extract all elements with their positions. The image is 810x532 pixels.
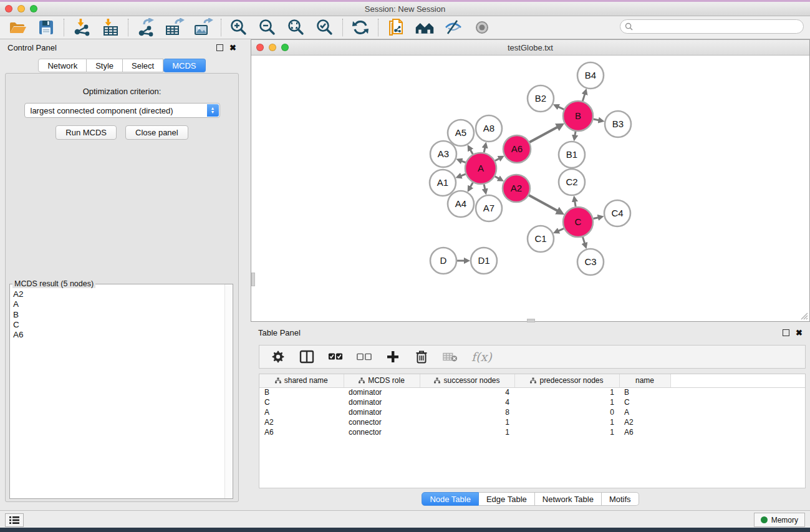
delete-table-icon[interactable] [443, 349, 458, 364]
first-neighbors-houses-icon[interactable] [415, 18, 435, 37]
network-node-A[interactable]: A [465, 153, 496, 184]
search-input[interactable] [635, 21, 803, 32]
table-cell[interactable]: dominator [344, 407, 420, 417]
network-edge-B-B2[interactable] [558, 107, 564, 109]
table-cell[interactable]: C [619, 397, 670, 407]
mcds-result-item[interactable]: C [13, 320, 233, 330]
function-builder-icon[interactable]: f(x) [471, 349, 492, 364]
table-row[interactable]: Adominator80A [259, 407, 805, 417]
table-cell[interactable]: A2 [259, 417, 344, 427]
tab-select[interactable]: Select [123, 59, 163, 72]
network-node-C[interactable]: C [563, 207, 593, 237]
network-node-A4[interactable]: A4 [448, 191, 474, 217]
mcds-result-item[interactable]: A2 [13, 289, 233, 299]
table-cell[interactable]: B [619, 387, 670, 397]
network-node-C4[interactable]: C4 [604, 200, 630, 226]
column-view-icon[interactable] [299, 349, 314, 364]
trash-icon[interactable] [414, 349, 429, 364]
tab-node-table[interactable]: Node Table [422, 492, 479, 506]
canvas-left-scroll-thumb[interactable] [251, 273, 255, 286]
table-row[interactable]: Cdominator41C [259, 397, 805, 407]
table-row[interactable]: A2connector11A2 [259, 417, 805, 427]
hide-selected-eye-slash-icon[interactable] [443, 18, 463, 37]
network-edge-A-A5[interactable] [470, 150, 473, 154]
network-canvas[interactable]: B4B2BB3A8A5A6A3B1AA1C2A2A4A7C4CC1C3DD1 [251, 56, 809, 321]
network-edge-A6-B[interactable] [529, 127, 557, 142]
show-all-eye-icon[interactable] [472, 18, 492, 37]
column-header-mcds-role[interactable]: MCDS role [344, 374, 420, 387]
network-edge-B-B3[interactable] [593, 119, 599, 120]
network-node-C3[interactable]: C3 [577, 249, 604, 275]
result-scrollbar[interactable] [224, 284, 233, 498]
memory-button[interactable]: Memory [754, 513, 805, 527]
resize-grip-icon[interactable] [799, 311, 808, 320]
table-cell[interactable]: 8 [420, 407, 514, 417]
tab-network-table[interactable]: Network Table [535, 492, 602, 506]
tab-style[interactable]: Style [87, 59, 123, 72]
table-cell[interactable]: B [259, 387, 344, 397]
network-graph-svg[interactable]: B4B2BB3A8A5A6A3B1AA1C2A2A4A7C4CC1C3DD1 [251, 56, 809, 321]
canvas-bottom-scroll-thumb[interactable] [527, 319, 535, 322]
network-edge-B-B4[interactable] [582, 94, 585, 101]
table-cell[interactable]: 4 [420, 387, 514, 397]
search-field[interactable] [620, 19, 804, 34]
deselect-all-checkboxes-icon[interactable] [357, 349, 372, 364]
export-table-icon[interactable] [165, 18, 185, 37]
table-cell[interactable]: 4 [420, 397, 514, 407]
export-image-icon[interactable] [193, 18, 213, 37]
column-header-successor-nodes[interactable]: successor nodes [420, 374, 514, 387]
network-edge-A-A7[interactable] [484, 184, 485, 189]
table-close-panel-icon[interactable]: ✖ [796, 329, 803, 336]
network-node-B3[interactable]: B3 [605, 111, 631, 137]
table-row[interactable]: Bdominator41B [259, 387, 805, 397]
network-node-B1[interactable]: B1 [559, 142, 585, 168]
network-node-B4[interactable]: B4 [577, 62, 604, 89]
network-edge-B-B1[interactable] [575, 132, 576, 136]
column-header-name[interactable]: name [619, 374, 670, 387]
table-cell[interactable]: connector [344, 417, 420, 427]
zoom-in-icon[interactable] [229, 18, 249, 37]
export-network-icon[interactable] [136, 18, 156, 37]
table-cell[interactable]: A6 [619, 427, 670, 437]
table-cell[interactable]: dominator [344, 397, 420, 407]
network-edge-A-A1[interactable] [461, 174, 466, 176]
table-cell[interactable]: 1 [514, 387, 619, 397]
criterion-select[interactable]: largest connected component (directed) ▲… [24, 103, 220, 118]
network-node-A2[interactable]: A2 [503, 175, 530, 202]
network-node-A8[interactable]: A8 [476, 115, 502, 142]
network-node-A6[interactable]: A6 [503, 135, 531, 163]
network-node-A7[interactable]: A7 [476, 195, 502, 221]
close-panel-button[interactable]: Close panel [125, 125, 188, 140]
table-cell[interactable]: 1 [420, 427, 514, 437]
table-cell[interactable]: 1 [514, 427, 619, 437]
tab-edge-table[interactable]: Edge Table [479, 492, 535, 506]
column-header-predecessor-nodes[interactable]: predecessor nodes [514, 374, 619, 387]
network-node-C2[interactable]: C2 [559, 169, 585, 195]
network-edge-C-C1[interactable] [558, 228, 564, 231]
refresh-icon[interactable] [350, 18, 370, 37]
open-file-icon[interactable] [7, 18, 27, 37]
add-column-plus-icon[interactable] [385, 349, 400, 364]
network-edge-A-A6[interactable] [495, 158, 499, 161]
table-cell[interactable]: C [259, 397, 344, 407]
table-cell[interactable]: A [259, 407, 344, 417]
gear-icon[interactable] [271, 349, 286, 364]
table-cell[interactable]: A [619, 407, 670, 417]
table-cell[interactable]: A6 [259, 427, 344, 437]
import-table-icon[interactable] [100, 18, 120, 37]
network-edge-A-A3[interactable] [461, 161, 466, 163]
column-header-shared-name[interactable]: shared name [259, 374, 344, 387]
network-edge-C-C2[interactable] [575, 201, 576, 207]
import-network-icon[interactable] [72, 18, 92, 37]
table-cell[interactable]: dominator [344, 387, 420, 397]
network-edge-A-A8[interactable] [484, 147, 485, 152]
table-cell[interactable]: A2 [619, 417, 670, 427]
table-cell[interactable]: connector [344, 427, 420, 437]
table-row[interactable]: A6connector11A6 [259, 427, 805, 437]
mcds-result-item[interactable]: A6 [13, 330, 233, 340]
table-float-panel-icon[interactable] [783, 329, 789, 336]
mcds-result-item[interactable]: A [13, 299, 233, 309]
network-node-D1[interactable]: D1 [471, 248, 497, 274]
table-cell[interactable]: 1 [420, 417, 514, 427]
close-panel-icon[interactable]: ✖ [229, 44, 236, 51]
